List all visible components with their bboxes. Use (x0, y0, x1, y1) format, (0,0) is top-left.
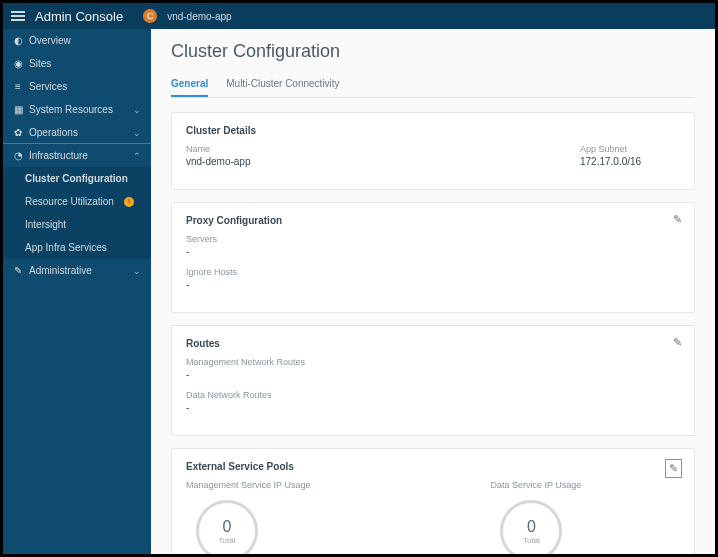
chevron-down-icon: ⌄ (133, 266, 141, 276)
sidebar-item-label: Resource Utilization (25, 196, 114, 207)
chevron-down-icon: ⌄ (133, 105, 141, 115)
org-name[interactable]: vnd-demo-app (167, 11, 231, 22)
sidebar-item-label: Overview (29, 35, 71, 46)
edit-external-pools-icon[interactable]: ✎ (665, 459, 682, 478)
stack-icon: ≡ (13, 82, 23, 92)
app-title: Admin Console (35, 9, 123, 24)
sidebar-item-sites[interactable]: ◉ Sites (3, 52, 151, 75)
card-heading: Proxy Configuration (186, 215, 680, 226)
data-usage-ring: 0 Total (500, 500, 562, 554)
field-value: vnd-demo-app (186, 156, 250, 167)
field-value: - (186, 279, 680, 290)
field-label: Data Service IP Usage (490, 480, 581, 490)
globe-icon: ◉ (13, 59, 23, 69)
sidebar-item-resource-utilization[interactable]: Resource Utilization ! (3, 190, 151, 213)
gear-icon: ✿ (13, 128, 23, 138)
field-label: Management Service IP Usage (186, 480, 310, 490)
sidebar-item-label: Cluster Configuration (25, 173, 128, 184)
edit-icon[interactable]: ✎ (673, 336, 682, 349)
tab-bar: General Multi-Cluster Connectivity (171, 72, 695, 98)
menu-toggle-icon[interactable] (11, 11, 25, 21)
card-heading: Routes (186, 338, 680, 349)
cluster-details-card: Cluster Details Name vnd-demo-app App Su… (171, 112, 695, 190)
sidebar-item-label: Administrative (29, 265, 92, 276)
sidebar-item-app-infra-services[interactable]: App Infra Services (3, 236, 151, 259)
sidebar-item-label: Operations (29, 127, 78, 138)
chevron-up-icon: ⌃ (133, 151, 141, 161)
sidebar-infrastructure-highlight: ◔ Infrastructure ⌃ Cluster Configuration (3, 143, 151, 191)
proxy-config-card: Proxy Configuration ✎ Servers - Ignore H… (171, 202, 695, 313)
sidebar-item-system-resources[interactable]: ▦ System Resources ⌄ (3, 98, 151, 121)
card-heading: External Service Pools (186, 461, 680, 472)
field-label: Ignore Hosts (186, 267, 680, 277)
sidebar-item-administrative[interactable]: ✎ Administrative ⌄ (3, 259, 151, 282)
field-label: Management Network Routes (186, 357, 680, 367)
usage-count: 0 (223, 518, 232, 536)
field-value: - (186, 246, 680, 257)
tab-multi-cluster[interactable]: Multi-Cluster Connectivity (226, 72, 339, 97)
page-title: Cluster Configuration (171, 41, 695, 62)
chart-icon: ◔ (13, 151, 23, 161)
sidebar-item-intersight[interactable]: Intersight (3, 213, 151, 236)
field-label: Servers (186, 234, 680, 244)
org-badge[interactable]: C (143, 9, 157, 23)
field-value: - (186, 369, 680, 380)
mgmt-usage-ring: 0 Total (196, 500, 258, 554)
field-label: App Subnet (580, 144, 680, 154)
sidebar-item-label: Services (29, 81, 67, 92)
usage-sublabel: Total (219, 536, 236, 545)
usage-count: 0 (527, 518, 536, 536)
wrench-icon: ✎ (13, 266, 23, 276)
main-content: Cluster Configuration General Multi-Clus… (151, 29, 715, 554)
field-value: 172.17.0.0/16 (580, 156, 680, 167)
sidebar-item-overview[interactable]: ◐ Overview (3, 29, 151, 52)
sidebar-item-label: Sites (29, 58, 51, 69)
sidebar-item-services[interactable]: ≡ Services (3, 75, 151, 98)
sidebar-item-operations[interactable]: ✿ Operations ⌄ (3, 121, 151, 144)
sidebar-item-cluster-configuration[interactable]: Cluster Configuration (3, 167, 151, 190)
tab-general[interactable]: General (171, 72, 208, 97)
sidebar-item-label: Infrastructure (29, 150, 88, 161)
usage-sublabel: Total (523, 536, 540, 545)
chevron-down-icon: ⌄ (133, 128, 141, 138)
sidebar-item-label: System Resources (29, 104, 113, 115)
field-label: Name (186, 144, 250, 154)
sidebar-item-infrastructure[interactable]: ◔ Infrastructure ⌃ (3, 144, 151, 167)
grid-icon: ▦ (13, 105, 23, 115)
app-header: Admin Console C vnd-demo-app (3, 3, 715, 29)
speedometer-icon: ◐ (13, 36, 23, 46)
app-window: Admin Console C vnd-demo-app ◐ Overview … (0, 0, 718, 557)
card-heading: Cluster Details (186, 125, 680, 136)
external-service-pools-card: External Service Pools ✎ Management Serv… (171, 448, 695, 554)
warning-badge-icon: ! (124, 197, 134, 207)
routes-card: Routes ✎ Management Network Routes - Dat… (171, 325, 695, 436)
sidebar-item-label: Intersight (25, 219, 66, 230)
sidebar-item-label: App Infra Services (25, 242, 107, 253)
sidebar-nav: ◐ Overview ◉ Sites ≡ Services ▦ System R… (3, 29, 151, 554)
field-label: Data Network Routes (186, 390, 680, 400)
field-value: - (186, 402, 680, 413)
edit-icon[interactable]: ✎ (673, 213, 682, 226)
app-body: ◐ Overview ◉ Sites ≡ Services ▦ System R… (3, 29, 715, 554)
